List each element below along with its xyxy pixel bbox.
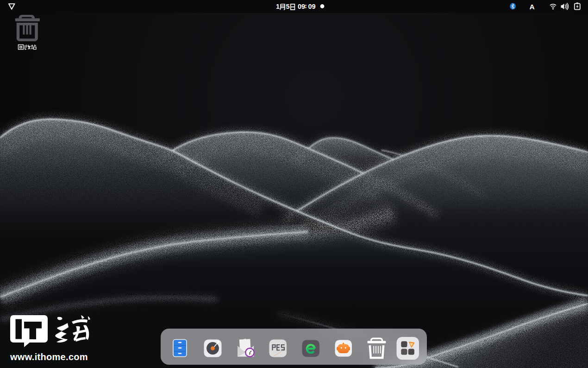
svg-text:09: 09 xyxy=(298,3,305,10)
svg-text:www.ithome.com: www.ithome.com xyxy=(10,352,88,362)
svg-text:A: A xyxy=(530,3,535,11)
svg-text:1: 1 xyxy=(276,3,280,10)
svg-text:09: 09 xyxy=(308,3,316,10)
svg-text:5: 5 xyxy=(286,3,290,10)
